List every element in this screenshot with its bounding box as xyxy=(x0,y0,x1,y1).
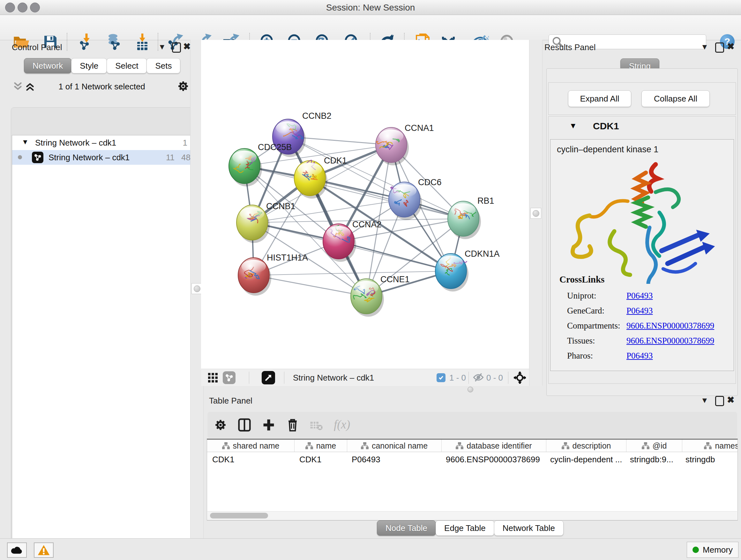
control-panel-tabs: NetworkStyleSelectSets xyxy=(24,58,180,73)
node-label: CDC25B xyxy=(258,142,292,152)
selected-checkbox-icon[interactable] xyxy=(436,373,446,382)
tab-select[interactable]: Select xyxy=(107,58,147,73)
crosslink-url[interactable]: 9606.ENSP00000378699 xyxy=(626,321,714,331)
network-toolbar-separator xyxy=(249,372,249,384)
control-panel: Control Panel ▼ ✖ NetworkStyleSelectSets… xyxy=(4,40,195,538)
network-edge-count: 48 xyxy=(181,152,191,163)
node-label: CDK1 xyxy=(324,156,347,165)
control-panel-maximize-icon[interactable] xyxy=(172,43,181,53)
grid-view-icon[interactable] xyxy=(208,373,218,382)
network-node-CDC6[interactable]: CDC6 xyxy=(389,178,442,220)
window-title: Session: New Session xyxy=(0,3,741,13)
cdk1-section-title: CDK1 xyxy=(593,121,619,132)
network-graph: CCNB2CCNA1CDC25BCDK1CDC6RB1CCNB1CCNA2CDK… xyxy=(201,40,529,369)
birdseye-view-icon[interactable] xyxy=(262,371,275,384)
table-panel-maximize-icon[interactable] xyxy=(715,396,724,406)
network-tree: ▼ String Network – cdk1 1 String Network… xyxy=(12,135,193,560)
column-header-shared-name[interactable]: shared name xyxy=(207,440,294,452)
table-cell[interactable]: cyclin-dependent ... xyxy=(545,452,625,467)
collapse-all-button[interactable]: Collapse All xyxy=(642,90,710,107)
collection-expander-icon[interactable]: ▼ xyxy=(22,138,29,146)
node-label: HIST1H1A xyxy=(267,253,308,262)
network-node-CDC25B[interactable]: CDC25B xyxy=(229,142,292,186)
column-header-label: shared name xyxy=(233,441,280,450)
crosslink-url[interactable]: 9606.ENSP00000378699 xyxy=(626,336,714,346)
node-label: CCNB2 xyxy=(302,111,332,121)
results-panel-float-icon[interactable]: ▼ xyxy=(701,43,709,51)
tab-node-table[interactable]: Node Table xyxy=(377,520,436,536)
column-type-icon xyxy=(704,442,712,449)
table-cell[interactable]: CDK1 xyxy=(294,452,347,467)
expand-all-button[interactable]: Expand All xyxy=(568,90,631,107)
network-row-selected[interactable]: String Network – cdk1 11 48 xyxy=(12,150,192,165)
network-selection-status: 1 of 1 Network selected xyxy=(11,82,193,91)
bottom-splitter-handle[interactable] xyxy=(468,387,473,392)
network-node-CCNE1[interactable]: CCNE1 xyxy=(351,274,410,317)
table-gear-icon[interactable] xyxy=(214,419,226,431)
column-header-name[interactable]: name xyxy=(294,440,347,452)
results-panel-close-icon[interactable]: ✖ xyxy=(727,42,734,51)
node-label: CCNE1 xyxy=(381,274,410,284)
table-row[interactable]: CDK1CDK1P064939606.ENSP00000378699cyclin… xyxy=(207,452,738,467)
network-node-CDKN1A[interactable]: CDKN1A xyxy=(435,249,500,292)
tab-style[interactable]: Style xyxy=(71,58,107,73)
table-type-tabs: Node TableEdge TableNetwork Table xyxy=(377,520,563,536)
network-canvas[interactable]: CCNB2CCNA1CDC25BCDK1CDC6RB1CCNB1CCNA2CDK… xyxy=(201,40,529,369)
crosslink-url[interactable]: P06493 xyxy=(626,291,653,301)
tab-network[interactable]: Network xyxy=(24,58,71,73)
memory-label: Memory xyxy=(703,545,733,555)
network-edge[interactable] xyxy=(254,271,451,275)
memory-button[interactable]: Memory xyxy=(687,542,738,558)
tab-edge-table[interactable]: Edge Table xyxy=(435,520,494,536)
column-header-database-identifier[interactable]: database identifier xyxy=(442,440,546,452)
table-cell[interactable]: stringdb:9... xyxy=(625,452,680,467)
table-toolbar: f(x) xyxy=(207,412,737,438)
network-node-CCNA1[interactable]: CCNA1 xyxy=(376,123,434,165)
table-cell[interactable]: P06493 xyxy=(347,452,441,467)
left-splitter-handle[interactable] xyxy=(192,283,202,294)
add-column-icon[interactable] xyxy=(262,418,275,432)
crosslinks-title: CrossLinks xyxy=(559,274,604,285)
table-cell[interactable]: 9606.ENSP00000378699 xyxy=(441,452,545,467)
table-panel-float-icon[interactable]: ▼ xyxy=(701,396,709,404)
network-view-share-icon[interactable] xyxy=(223,371,235,384)
tab-network-table[interactable]: Network Table xyxy=(494,520,563,536)
right-splitter[interactable] xyxy=(529,40,542,386)
crosslink-label: Uniprot: xyxy=(567,291,626,301)
titlebar: Session: New Session xyxy=(0,0,741,15)
function-builder-icon: f(x) xyxy=(334,418,350,431)
crosslink-url[interactable]: P06493 xyxy=(626,306,653,316)
node-label: CCNA1 xyxy=(405,123,434,133)
cloud-status-button[interactable] xyxy=(7,543,27,558)
table-panel-close-icon[interactable]: ✖ xyxy=(727,395,734,405)
table-cell[interactable]: stringdb xyxy=(680,452,738,467)
column-header-namespace[interactable]: namespace xyxy=(682,440,738,452)
network-collection-row[interactable]: ▼ String Network – cdk1 1 xyxy=(12,135,192,150)
right-splitter-handle[interactable] xyxy=(530,208,541,219)
scrollbar-thumb[interactable] xyxy=(210,513,268,518)
network-toolbar-separator xyxy=(468,372,469,384)
warnings-button[interactable] xyxy=(34,543,54,558)
column-header-description[interactable]: description xyxy=(546,440,626,452)
table-cell[interactable]: CDK1 xyxy=(207,452,294,467)
node-label: RB1 xyxy=(477,196,494,206)
network-options-gear-icon[interactable] xyxy=(178,80,189,92)
table-horizontal-scrollbar[interactable] xyxy=(207,511,737,520)
column-header-canonical-name[interactable]: canonical name xyxy=(347,440,442,452)
tab-sets[interactable]: Sets xyxy=(146,58,180,73)
network-node-RB1[interactable]: RB1 xyxy=(448,196,494,239)
column-type-icon xyxy=(306,442,313,449)
memory-status-dot xyxy=(692,547,699,553)
table-panel-title: Table Panel xyxy=(209,396,253,406)
fit-content-crosshair-icon[interactable] xyxy=(514,372,526,384)
column-header-@id[interactable]: @id xyxy=(626,440,682,452)
node-label: CCNB1 xyxy=(266,201,295,211)
control-panel-float-icon[interactable]: ▼ xyxy=(158,43,166,51)
control-panel-close-icon[interactable]: ✖ xyxy=(183,42,191,51)
results-panel-maximize-icon[interactable] xyxy=(715,43,724,53)
select-columns-icon[interactable] xyxy=(238,418,251,432)
delete-column-icon[interactable] xyxy=(286,418,299,432)
cdk1-expander-icon[interactable]: ▼ xyxy=(569,121,577,130)
hidden-eye-icon xyxy=(473,373,484,382)
crosslink-url[interactable]: P06493 xyxy=(626,351,653,361)
